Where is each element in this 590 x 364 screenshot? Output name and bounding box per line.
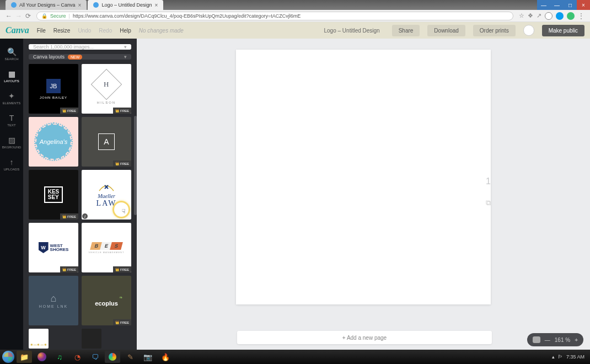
taskbar-app[interactable] xyxy=(34,351,50,363)
layouts-dropdown[interactable]: Canva layouts NEW ▾ xyxy=(29,54,131,60)
taskbar-app[interactable]: 🔥 xyxy=(158,351,173,363)
tab-title: All Your Designs – Canva xyxy=(19,2,76,8)
browser-tab-2[interactable]: Logo – Untitled Design × xyxy=(88,0,163,10)
design-canvas[interactable] xyxy=(236,50,491,304)
crown-icon: 👑 xyxy=(62,267,66,271)
help-bubble-icon[interactable] xyxy=(533,336,540,343)
hand-cursor-icon: ☟ xyxy=(122,208,126,215)
leaf-icon: ❧ xyxy=(119,295,123,300)
extension-icon[interactable] xyxy=(545,12,553,20)
template-a[interactable]: A 👑FREE xyxy=(82,117,131,167)
page-number: 1 xyxy=(486,176,491,186)
undo-button[interactable]: Undo xyxy=(78,28,91,34)
info-icon[interactable]: i xyxy=(82,213,88,219)
browser-address-bar: ← → ⟳ 🔒 Secure | https://www.canva.com/d… xyxy=(0,10,590,22)
template-angelina[interactable]: Angelina's xyxy=(29,117,78,167)
user-avatar[interactable] xyxy=(523,25,534,36)
extension-icon[interactable] xyxy=(567,12,575,20)
document-name[interactable]: Logo – Untitled Design xyxy=(324,28,379,34)
start-button[interactable] xyxy=(2,351,14,363)
taskbar-app[interactable]: ✎ xyxy=(122,351,138,363)
nav-background[interactable]: ▨ BKGROUND xyxy=(0,131,23,153)
make-public-button[interactable]: Make public xyxy=(542,25,584,36)
window-controls: — — □ × xyxy=(537,0,590,10)
template-panel: Search 1,000,000 images... ▾ Canva layou… xyxy=(23,39,137,350)
taskbar-app[interactable]: 📁 xyxy=(17,351,32,363)
extension-icon[interactable]: ↗ xyxy=(537,12,541,19)
nav-layouts[interactable]: ▦ LAYOUTS xyxy=(0,65,23,87)
nav-search[interactable]: 🔍 SEARCH xyxy=(0,43,23,65)
add-page-button[interactable]: + Add a new page xyxy=(237,331,492,344)
template-homelink[interactable]: ⌂ HOME LNK xyxy=(29,276,78,325)
canva-logo[interactable]: Canva xyxy=(6,25,29,35)
nav-label: SEARCH xyxy=(4,57,18,61)
browser-menu-button[interactable]: ⋮ xyxy=(578,12,584,20)
download-button[interactable]: Download xyxy=(427,25,465,36)
template-ecoplus[interactable]: ❧ ecoplus 👑FREE xyxy=(82,276,131,325)
close-icon[interactable]: × xyxy=(78,2,82,8)
system-tray: ▴ 🏳 7:35 AM xyxy=(552,354,588,360)
toolbar-extensions: ☆ ❖ ↗ ⋮ xyxy=(519,12,584,20)
template-hilson[interactable]: H HILSON 👑FREE xyxy=(82,64,131,114)
save-status: No changes made xyxy=(139,28,184,34)
canva-toolbar: Canva File Resize Undo Redo Help No chan… xyxy=(0,22,590,39)
close-icon[interactable]: × xyxy=(154,2,158,8)
star-icon[interactable]: ☆ xyxy=(519,12,524,19)
canvas-area[interactable]: 1 ⧉ + Add a new page xyxy=(137,39,590,350)
tab-title: Logo – Untitled Design xyxy=(101,2,152,8)
template-item[interactable] xyxy=(82,329,101,349)
forward-button[interactable]: → xyxy=(15,12,22,20)
zoom-value[interactable]: 161 % xyxy=(555,337,570,343)
order-prints-button[interactable]: Order prints xyxy=(473,25,516,36)
redo-button[interactable]: Redo xyxy=(99,28,112,34)
copy-page-button[interactable]: ⧉ xyxy=(486,199,491,207)
window-restore-button[interactable]: — xyxy=(550,0,564,10)
browser-tab-strip: All Your Designs – Canva × Logo – Untitl… xyxy=(0,0,590,10)
free-badge: 👑FREE xyxy=(113,108,131,114)
nav-uploads[interactable]: ↑ UPLOADS xyxy=(0,153,23,175)
chevron-down-icon: ▾ xyxy=(124,44,127,50)
tray-icon[interactable]: 🏳 xyxy=(558,354,563,360)
template-item[interactable]: ✶─✶─✶ xyxy=(29,329,49,349)
taskbar: 📁 ♫ ◔ 🗨 ✎ 📷 🔥 ▴ 🏳 7:35 AM xyxy=(0,350,590,364)
clock[interactable]: 7:35 AM xyxy=(566,355,584,360)
file-menu[interactable]: File xyxy=(37,28,46,34)
tray-expand-icon[interactable]: ▴ xyxy=(552,354,555,360)
taskbar-app[interactable] xyxy=(105,351,120,363)
template-kessey[interactable]: KES SEY 👑FREE xyxy=(29,170,78,220)
window-minimize-button[interactable]: — xyxy=(537,0,550,10)
nav-text[interactable]: T TEXT xyxy=(0,109,23,131)
window-maximize-button[interactable]: □ xyxy=(564,0,577,10)
nav-label: BKGROUND xyxy=(2,146,22,149)
url-field[interactable]: 🔒 Secure | https://www.canva.com/design/… xyxy=(36,12,513,20)
nav-label: UPLOADS xyxy=(4,168,20,171)
template-john-bailey[interactable]: JB JOHN BAILEY 👑FREE xyxy=(29,64,78,114)
template-west-shores[interactable]: W WEST SHORES 👑FREE xyxy=(29,223,78,272)
search-input[interactable]: Search 1,000,000 images... ▾ xyxy=(29,44,131,50)
back-button[interactable]: ← xyxy=(6,12,12,20)
template-text: VEHICLE MANAGEMENT xyxy=(89,251,125,254)
share-button[interactable]: Share xyxy=(392,25,420,36)
template-text: SHORES xyxy=(50,247,69,252)
help-menu[interactable]: Help xyxy=(120,28,131,34)
template-bes[interactable]: B E S VEHICLE MANAGEMENT 👑FREE xyxy=(82,223,131,272)
nav-label: TEXT xyxy=(7,124,15,127)
browser-tab-1[interactable]: All Your Designs – Canva × xyxy=(6,0,87,10)
zoom-control: — 161 % + xyxy=(527,333,583,346)
nav-elements[interactable]: ✦ ELEMENTS xyxy=(0,87,23,109)
template-mueller-law[interactable]: Mueller LAW ☟ i xyxy=(82,170,131,220)
zoom-in-button[interactable]: + xyxy=(575,337,578,343)
extension-icon[interactable] xyxy=(556,12,564,20)
taskbar-app[interactable]: 📷 xyxy=(140,351,155,363)
taskbar-app[interactable]: 🗨 xyxy=(87,351,103,363)
window-close-button[interactable]: × xyxy=(577,0,590,10)
extension-icon[interactable]: ❖ xyxy=(528,12,533,19)
template-text: HILSON xyxy=(97,101,116,104)
template-text: H xyxy=(104,80,109,89)
resize-menu[interactable]: Resize xyxy=(53,28,71,34)
uploads-icon: ↑ xyxy=(10,158,14,167)
taskbar-app[interactable]: ◔ xyxy=(69,351,85,363)
taskbar-app[interactable]: ♫ xyxy=(52,351,67,363)
reload-button[interactable]: ⟳ xyxy=(25,12,31,20)
zoom-out-button[interactable]: — xyxy=(545,337,550,343)
